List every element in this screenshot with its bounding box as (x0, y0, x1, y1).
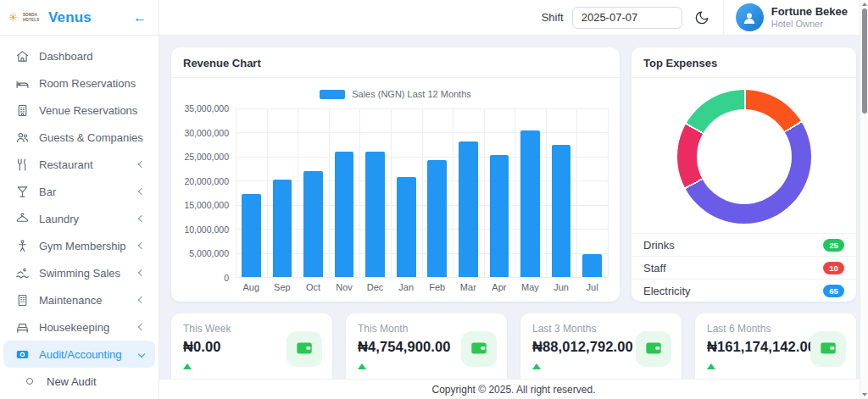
trend-up-icon (532, 363, 541, 369)
scrollbar-thumb[interactable] (862, 8, 867, 114)
user-profile[interactable]: Fortune Bekee Hotel Owner (723, 0, 868, 35)
cutlery-icon (14, 157, 30, 172)
sidebar-collapse-button[interactable]: ← (133, 10, 147, 25)
v-gridline (422, 108, 423, 277)
app-window: ✳ SONDA HOTELS Venus ← DashboardRoom Res… (0, 0, 868, 399)
y-tick-label: 20,000,000 (184, 176, 229, 186)
top-expenses-card: Top Expenses Drinks25Staff10Electricity6… (632, 47, 856, 302)
sidebar-item-label: Swimming Sales (39, 267, 130, 280)
plot-area (236, 108, 608, 278)
money-icon (14, 346, 30, 362)
sidebar-item-label: Venue Reservations (39, 104, 144, 117)
maintenance-icon (14, 292, 30, 308)
expense-label: Drinks (643, 239, 823, 252)
sidebar-item-audit-accounting[interactable]: Audit/Accounting (3, 341, 155, 368)
y-tick-label: 25,000,000 (184, 152, 229, 162)
expense-row-staff: Staff10 (632, 256, 856, 279)
sidebar-item-label: Dashboard (39, 50, 144, 63)
bar-apr (490, 155, 509, 277)
user-icon (741, 9, 758, 26)
sidebar-item-bar[interactable]: Bar (3, 178, 155, 205)
x-tick-label: Dec (359, 282, 391, 292)
sidebar-item-housekeeping[interactable]: Housekeeping (3, 313, 155, 341)
expense-count-badge: 25 (823, 239, 844, 252)
trend-up-icon (707, 363, 715, 369)
sidebar-item-maintenance[interactable]: Maintenance (3, 286, 155, 313)
user-role: Hotel Owner (771, 19, 848, 30)
dot-icon (22, 374, 37, 389)
x-tick-label: Oct (298, 282, 329, 292)
y-tick-label: 0 (224, 273, 229, 283)
y-tick-label: 35,000,000 (184, 103, 229, 114)
chart-legend: Sales (NGN) Last 12 Months (183, 86, 608, 102)
legend-swatch (320, 90, 345, 99)
hotel-logo-text: SONDA HOTELS (23, 13, 42, 21)
bar-jan (397, 177, 416, 277)
x-tick-label: Mar (453, 282, 484, 292)
v-gridline (391, 108, 392, 277)
sidebar-item-gym-membership[interactable]: Gym Membership (3, 232, 155, 259)
bar-sep (273, 180, 292, 277)
x-tick-label: Jun (546, 282, 577, 292)
user-name: Fortune Bekee (771, 5, 848, 19)
v-gridline (359, 108, 360, 277)
wallet-button[interactable] (461, 331, 497, 367)
x-tick-label: May (515, 282, 546, 292)
avatar (736, 3, 764, 31)
wallet-button[interactable] (810, 331, 846, 367)
shift-date-input[interactable] (572, 7, 682, 29)
chevron-left-icon (138, 188, 145, 195)
bar-dec (365, 152, 385, 277)
v-gridline (236, 108, 236, 277)
y-tick-label: 5,000,000 (189, 248, 229, 258)
scrollbar[interactable] (860, 0, 868, 399)
wallet-button[interactable] (287, 331, 322, 367)
sidebar-item-label: Bar (39, 186, 130, 198)
bar-oct (303, 171, 323, 277)
shift-label: Shift (542, 11, 564, 24)
wallet-icon (644, 339, 663, 360)
v-gridline (546, 108, 547, 277)
sidebar-header: ✳ SONDA HOTELS Venus ← (0, 0, 159, 36)
sidebar-item-dashboard[interactable]: Dashboard (3, 42, 155, 69)
chevron-left-icon (138, 161, 145, 168)
scrollbar-up-arrow-icon[interactable] (862, 3, 867, 6)
hanger-icon (14, 211, 30, 226)
chevron-left-icon (138, 269, 145, 276)
sidebar-item-swimming-sales[interactable]: Swimming Sales (3, 259, 155, 286)
sidebar-item-guests-companies[interactable]: Guests & Companies (3, 124, 155, 151)
expense-label: Staff (643, 262, 823, 274)
home-icon (14, 48, 30, 64)
chevron-down-icon (138, 351, 145, 357)
sidebar-item-label: Audit/Accounting (39, 348, 130, 361)
dark-mode-toggle[interactable] (694, 10, 709, 25)
main-area: Shift Fortune Bekee Hotel Owner Revenue … (159, 0, 868, 399)
bar-mar (459, 141, 478, 277)
sidebar-menu: DashboardRoom ReservationsVenue Reservat… (0, 36, 159, 399)
sidebar-item-restaurant[interactable]: Restaurant (3, 151, 155, 178)
scrollbar-down-arrow-icon[interactable] (862, 393, 867, 396)
bar-aug (242, 194, 261, 277)
v-gridline (298, 108, 298, 277)
wallet-icon (470, 339, 488, 360)
footer: Copyright © 2025. All right reserved. (159, 380, 868, 399)
wallet-icon (819, 339, 837, 360)
wallet-button[interactable] (636, 331, 671, 367)
v-gridline (453, 108, 453, 277)
sidebar-item-label: Maintenance (39, 294, 130, 307)
sidebar-item-venue-reservations[interactable]: Venue Reservations (3, 97, 155, 124)
sidebar-item-new-audit[interactable]: New Audit (3, 368, 155, 395)
sidebar-item-label: Restaurant (39, 158, 130, 171)
people-icon (14, 130, 30, 145)
x-tick-label: Jan (391, 282, 422, 292)
sidebar-item-label: Room Reservations (39, 77, 144, 90)
y-tick-label: 10,000,000 (184, 224, 229, 235)
trend-up-icon (358, 363, 366, 369)
sidebar-item-room-reservations[interactable]: Room Reservations (3, 69, 155, 97)
hotel-logo-icon: ✳ (8, 12, 18, 23)
sidebar-item-laundry[interactable]: Laundry (3, 205, 155, 232)
housekeeping-icon (14, 319, 30, 335)
bed-icon (14, 75, 30, 91)
v-gridline (608, 108, 609, 277)
sidebar: ✳ SONDA HOTELS Venus ← DashboardRoom Res… (0, 0, 159, 399)
